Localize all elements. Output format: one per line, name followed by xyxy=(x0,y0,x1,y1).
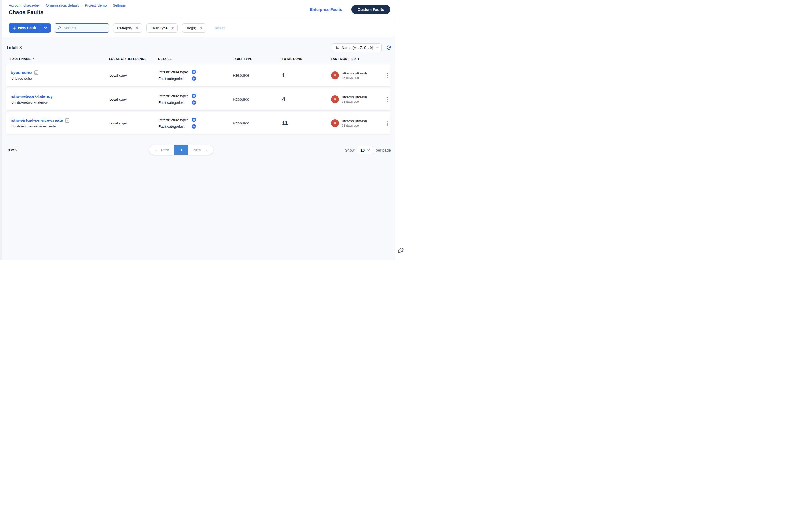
sort-arrows-icon xyxy=(335,46,339,50)
breadcrumb-organization[interactable]: Organization: default xyxy=(46,3,79,7)
pagination-row: 3 of 3 ← Prev 1 Next → Show 10 per page xyxy=(6,145,391,155)
local-or-reference-cell: Local copy xyxy=(109,121,158,125)
copy-id-button[interactable] xyxy=(66,118,69,123)
column-header-label: DETAILS xyxy=(158,57,172,60)
sort-dropdown-label: Name (A→Z, 0→9) xyxy=(341,46,373,50)
chevron-down-icon xyxy=(367,149,370,151)
breadcrumb-account[interactable]: Account: chaos-dev xyxy=(9,3,40,7)
fault-name-link[interactable]: istio-virtual-service-create xyxy=(10,118,63,123)
enterprise-faults-link[interactable]: Enterprise Faults xyxy=(310,7,342,12)
fault-name-cell: istio-network-latency Id: istio-network-… xyxy=(10,94,109,104)
chevron-down-icon xyxy=(376,47,379,49)
search-icon xyxy=(58,26,61,30)
show-label: Show xyxy=(345,148,355,152)
modified-by-label: utkarsh.utkarsh xyxy=(342,71,367,75)
main-area: Account: chaos-dev › Organization: defau… xyxy=(2,0,395,260)
plus-icon xyxy=(12,26,16,30)
filter-chip-fault-type[interactable]: Fault Type xyxy=(147,23,178,33)
breadcrumb-separator-icon: › xyxy=(42,3,44,8)
search-input[interactable] xyxy=(64,26,106,30)
sort-dropdown[interactable]: Name (A→Z, 0→9) xyxy=(332,44,382,52)
left-edge-strip xyxy=(0,0,2,260)
modified-by-label: utkarsh.utkarsh xyxy=(342,95,367,99)
filter-chip-category[interactable]: Category xyxy=(113,23,142,33)
fault-type-cell: Resource xyxy=(233,97,282,101)
total-runs-cell: 4 xyxy=(282,96,331,102)
column-header-label: LAST MODIFIED xyxy=(331,57,356,60)
breadcrumb-settings[interactable]: Settings xyxy=(113,3,126,7)
new-fault-button[interactable]: New Fault xyxy=(9,23,51,33)
pager: ← Prev 1 Next → xyxy=(149,145,213,155)
row-menu-button[interactable] xyxy=(384,95,390,103)
fault-categories-label: Fault categories: xyxy=(158,101,192,105)
fault-name-link[interactable]: istio-network-latency xyxy=(10,94,53,99)
column-header-label: FAULT NAME xyxy=(10,57,31,60)
modified-by-label: utkarsh.utkarsh xyxy=(342,119,367,123)
custom-faults-button[interactable]: Custom Faults xyxy=(351,5,390,14)
column-header-label: LOCAL OR REFERENCE xyxy=(109,57,147,60)
refresh-button[interactable] xyxy=(386,45,391,50)
sort-both-icon: ▲▼ xyxy=(358,58,359,60)
pagination-range-label: 3 of 3 xyxy=(8,148,17,152)
filter-chip-label: Tag(s) xyxy=(186,26,197,30)
infrastructure-type-label: Infrastructure type: xyxy=(158,70,192,74)
new-fault-main[interactable]: New Fault xyxy=(9,26,40,30)
page-size-value: 10 xyxy=(360,148,365,152)
remove-fault-type-filter-button[interactable] xyxy=(171,27,174,30)
remove-tags-filter-button[interactable] xyxy=(200,27,203,30)
filter-chip-tags[interactable]: Tag(s) xyxy=(182,23,206,33)
current-page-button[interactable]: 1 xyxy=(175,145,188,155)
copy-icon xyxy=(66,118,69,123)
details-cell: Infrastructure type: ☸ Fault categories:… xyxy=(158,94,233,105)
table-row: byoc-echo Id: byoc-echo Local copy Infra… xyxy=(6,64,391,87)
total-runs-cell: 1 xyxy=(282,72,331,79)
chat-bubbles-icon xyxy=(397,247,404,254)
modified-when-label: 13 days ago xyxy=(342,124,367,127)
kubernetes-icon: ☸ xyxy=(192,70,196,74)
new-fault-dropdown-button[interactable] xyxy=(41,27,51,29)
fault-type-cell: Resource xyxy=(233,121,282,125)
next-page-button[interactable]: Next → xyxy=(188,145,213,155)
breadcrumb-project[interactable]: Project: demo xyxy=(85,3,106,7)
kubernetes-icon: ☸ xyxy=(192,94,196,98)
sort-area: Name (A→Z, 0→9) xyxy=(332,44,391,52)
reset-filters-button[interactable]: Reset xyxy=(214,26,225,30)
column-header-local-or-reference: LOCAL OR REFERENCE xyxy=(109,57,158,60)
breadcrumb-separator-icon: › xyxy=(81,3,82,8)
column-header-label: TOTAL RUNS xyxy=(282,57,302,60)
table-row: istio-virtual-service-create Id: istio-v… xyxy=(6,112,391,134)
per-page-label: per page xyxy=(376,148,391,152)
table-header-row: FAULT NAME ▲ LOCAL OR REFERENCE DETAILS … xyxy=(6,57,391,60)
page-size-dropdown[interactable]: 10 xyxy=(358,146,373,154)
fault-name-cell: istio-virtual-service-create Id: istio-v… xyxy=(10,118,109,128)
row-menu-button[interactable] xyxy=(384,119,390,127)
arrow-left-icon: ← xyxy=(155,148,159,152)
column-header-details: DETAILS xyxy=(158,57,233,60)
filter-chip-label: Category xyxy=(117,26,132,30)
refresh-icon xyxy=(386,45,391,50)
local-or-reference-cell: Local copy xyxy=(109,97,158,101)
kubernetes-icon: ☸ xyxy=(192,118,196,122)
fault-type-cell: Resource xyxy=(233,73,282,77)
remove-category-filter-button[interactable] xyxy=(135,27,138,30)
fault-id-label: Id: istio-virtual-service-create xyxy=(10,124,109,128)
modified-when-label: 13 days ago xyxy=(342,76,367,79)
infrastructure-type-label: Infrastructure type: xyxy=(158,118,192,122)
column-header-fault-name[interactable]: FAULT NAME ▲ xyxy=(10,57,109,60)
close-icon xyxy=(171,27,174,30)
column-header-last-modified[interactable]: LAST MODIFIED ▲▼ xyxy=(331,57,384,60)
column-header-total-runs: TOTAL RUNS xyxy=(282,57,331,60)
kubernetes-icon: ☸ xyxy=(192,100,196,105)
infrastructure-type-label: Infrastructure type: xyxy=(158,94,192,98)
copy-id-button[interactable] xyxy=(34,70,38,75)
avatar: U xyxy=(331,95,339,103)
prev-page-button[interactable]: ← Prev xyxy=(149,145,175,155)
fault-id-label: Id: istio-network-latency xyxy=(10,100,109,104)
fault-name-link[interactable]: byoc-echo xyxy=(10,70,32,75)
row-menu-button[interactable] xyxy=(384,71,390,79)
breadcrumb-separator-icon: › xyxy=(109,3,110,8)
filter-chip-label: Fault Type xyxy=(151,26,168,30)
search-box[interactable] xyxy=(55,23,109,33)
chevron-down-icon xyxy=(44,27,47,29)
chat-support-button[interactable] xyxy=(397,247,404,255)
